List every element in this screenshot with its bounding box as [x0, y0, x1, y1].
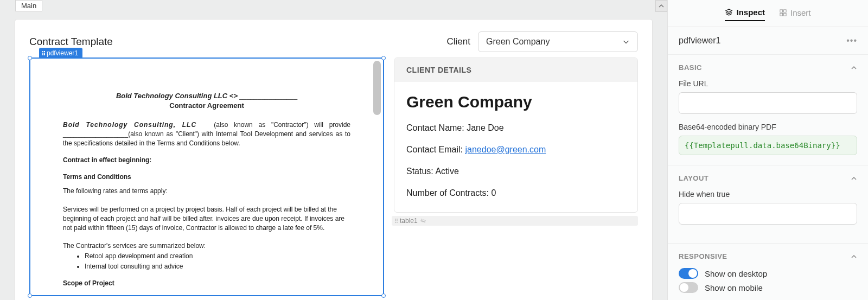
section-layout[interactable]: LAYOUT [679, 174, 857, 182]
chevron-down-icon [622, 38, 630, 46]
client-label: Client [447, 36, 470, 47]
hidden-icon [420, 218, 426, 224]
contracts-row: Number of Contracts: 0 [406, 188, 626, 198]
base64-label: Base64-encoded binary PDF [679, 123, 857, 131]
svg-rect-0 [780, 10, 783, 12]
base64-input[interactable]: {{Templatepull.data.base64Binary}} [679, 136, 857, 155]
contact-email-row: Contact Email: janedoe@green.com [406, 145, 626, 155]
scroll-up-indicator[interactable] [655, 0, 667, 12]
chevron-up-icon [851, 65, 857, 71]
show-mobile-toggle[interactable] [679, 282, 698, 293]
section-responsive[interactable]: RESPONSIVE [679, 252, 857, 260]
svg-rect-1 [783, 10, 786, 12]
canvas[interactable]: Contract Template Client Green Company p… [15, 20, 652, 300]
canvas-area: Main Contract Template Client Green Comp… [0, 0, 667, 300]
chevron-up-icon [851, 175, 857, 182]
inspector-component-name[interactable]: pdfviewer1 [679, 36, 720, 46]
page-title: Contract Template [29, 36, 113, 48]
pdf-page: Bold Technology Consulting LLC <> ______… [30, 59, 383, 295]
card-header: CLIENT DETAILS [394, 58, 637, 82]
resize-handle[interactable] [381, 56, 386, 60]
drag-handle-icon[interactable] [42, 51, 45, 55]
show-desktop-label: Show on desktop [705, 269, 767, 278]
insert-icon [779, 9, 787, 17]
show-desktop-toggle[interactable] [679, 268, 698, 279]
resize-handle[interactable] [381, 293, 386, 298]
drag-handle-icon [395, 219, 398, 223]
more-menu-icon[interactable]: ••• [846, 36, 857, 46]
component-tag-label: pdfviewer1 [47, 49, 78, 57]
resize-handle[interactable] [28, 56, 32, 60]
svg-rect-3 [783, 13, 786, 16]
show-mobile-label: Show on mobile [705, 283, 763, 292]
file-url-input[interactable] [679, 92, 857, 114]
section-basic[interactable]: BASIC [679, 63, 857, 72]
contact-email-link[interactable]: janedoe@green.com [465, 145, 546, 154]
tab-inspect[interactable]: Inspect [725, 8, 765, 21]
resize-handle[interactable] [28, 293, 32, 298]
pdfviewer-component[interactable]: Bold Technology Consulting LLC <> ______… [29, 58, 384, 296]
hide-when-label: Hide when true [679, 190, 857, 199]
status-row: Status: Active [406, 167, 626, 176]
layers-icon [725, 8, 733, 16]
scrollbar[interactable] [373, 61, 381, 115]
tab-insert[interactable]: Insert [779, 8, 811, 21]
component-tag[interactable]: pdfviewer1 [39, 48, 82, 59]
chevron-up-icon [851, 253, 857, 260]
table-component-tag[interactable]: table1 [392, 216, 638, 226]
file-url-label: File URL [679, 79, 857, 88]
hide-when-input[interactable] [679, 203, 857, 225]
svg-rect-2 [780, 13, 783, 16]
client-name: Green Company [406, 93, 626, 111]
main-tab[interactable]: Main [15, 0, 42, 11]
client-select-value: Green Company [486, 37, 550, 47]
client-select[interactable]: Green Company [478, 31, 638, 52]
client-details-card[interactable]: CLIENT DETAILS Green Company Contact Nam… [394, 58, 638, 213]
inspector-panel: Inspect Insert pdfviewer1 ••• BASIC File… [667, 0, 868, 300]
contact-name-row: Contact Name: Jane Doe [406, 123, 626, 133]
